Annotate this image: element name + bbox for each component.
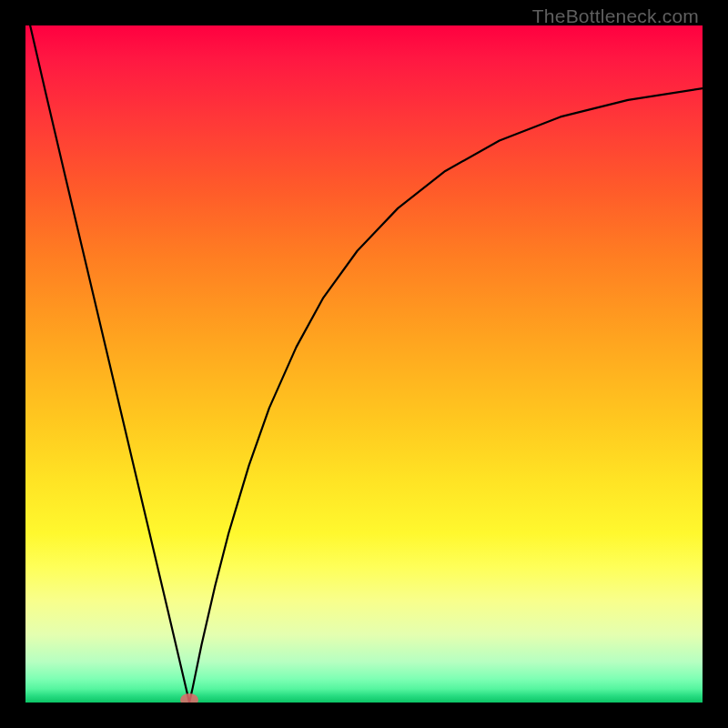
bottleneck-curve bbox=[25, 25, 703, 703]
plot-area bbox=[25, 25, 703, 703]
chart-svg bbox=[25, 25, 703, 703]
watermark-text: TheBottleneck.com bbox=[532, 5, 699, 27]
chart-frame: TheBottleneck.com bbox=[0, 0, 728, 728]
notch-marker bbox=[180, 693, 198, 703]
